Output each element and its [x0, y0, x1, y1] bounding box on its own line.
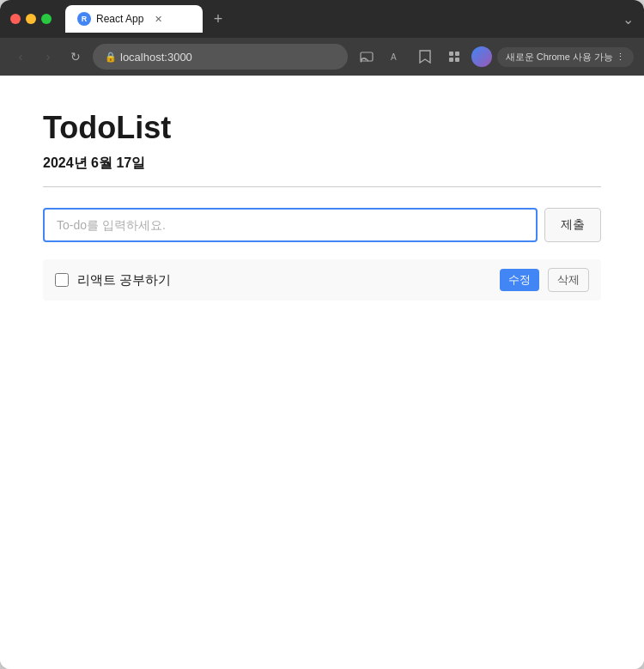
new-tab-button[interactable]: +: [206, 7, 230, 31]
address-text: localhost:3000: [120, 51, 192, 64]
svg-text:A: A: [391, 52, 397, 62]
title-bar: R React App ✕ + ⌄: [0, 0, 644, 38]
svg-rect-3: [449, 52, 453, 56]
tab-title: React App: [96, 13, 143, 25]
lock-icon: 🔒: [105, 52, 117, 63]
svg-rect-4: [455, 52, 459, 56]
todo-text: 리액트 공부하기: [77, 272, 491, 289]
tab-close-button[interactable]: ✕: [152, 13, 164, 25]
divider: [43, 186, 601, 187]
back-button[interactable]: ‹: [10, 46, 31, 67]
tab-favicon-icon: R: [77, 12, 91, 26]
app-title: TodoList: [43, 110, 601, 146]
tab-area: R React App ✕ +: [65, 5, 616, 33]
browser-window: R React App ✕ + ⌄ ‹ › ↻ 🔒 localhost:3000: [0, 0, 644, 669]
address-bar-input[interactable]: 🔒 localhost:3000: [93, 44, 348, 70]
svg-rect-6: [455, 58, 459, 62]
chrome-dropdown-icon[interactable]: ⌄: [623, 11, 634, 27]
forward-button[interactable]: ›: [38, 46, 58, 67]
maximize-window-button[interactable]: [41, 14, 52, 24]
close-window-button[interactable]: [10, 14, 21, 24]
toolbar-actions: A 새로운 Chrome 사용 가능 ⋮: [355, 45, 634, 69]
delete-button[interactable]: 삭제: [548, 268, 589, 292]
app-date: 2024년 6월 17일: [43, 155, 601, 173]
profile-button[interactable]: [471, 46, 492, 67]
chrome-controls: ⌄: [623, 11, 634, 27]
svg-rect-5: [449, 58, 453, 62]
svg-point-1: [360, 61, 361, 63]
edit-button[interactable]: 수정: [500, 269, 539, 291]
todo-list: 리액트 공부하기 수정 삭제: [43, 259, 601, 301]
submit-button[interactable]: 제출: [544, 208, 601, 242]
page-content: TodoList 2024년 6월 17일 제출 리액트 공부하기 수정 삭제: [0, 76, 644, 669]
minimize-window-button[interactable]: [26, 14, 36, 24]
address-bar: ‹ › ↻ 🔒 localhost:3000 A 새로운 Ch: [0, 38, 644, 76]
active-tab[interactable]: R React App ✕: [65, 5, 203, 33]
traffic-lights: [10, 14, 52, 24]
todo-input[interactable]: [43, 208, 538, 242]
todo-item: 리액트 공부하기 수정 삭제: [43, 259, 601, 301]
todo-checkbox[interactable]: [55, 273, 69, 287]
chrome-promo-button[interactable]: 새로운 Chrome 사용 가능 ⋮: [497, 47, 634, 67]
refresh-button[interactable]: ↻: [65, 46, 86, 67]
cast-button[interactable]: [355, 45, 379, 69]
bookmark-button[interactable]: [413, 45, 437, 69]
extension-button[interactable]: [442, 45, 466, 69]
input-row: 제출: [43, 208, 601, 242]
translate-button[interactable]: A: [384, 45, 408, 69]
